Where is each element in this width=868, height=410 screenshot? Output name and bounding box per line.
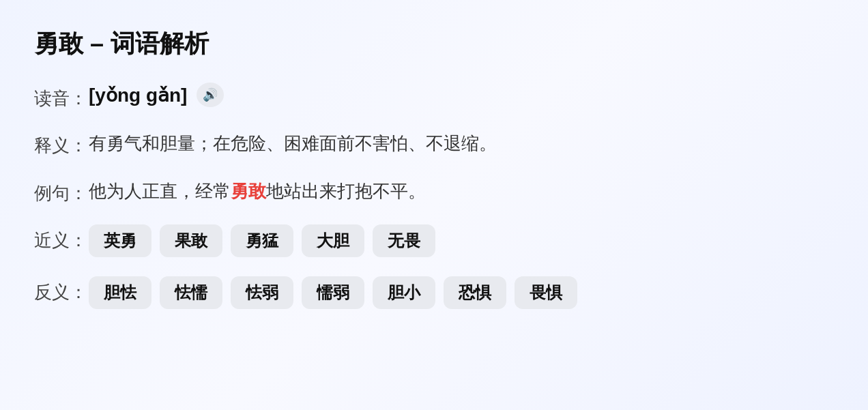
example-label: 例句： bbox=[34, 177, 89, 205]
pinyin-text: [yǒng gǎn] bbox=[89, 84, 187, 106]
antonyms-tags: 胆怯怯懦怯弱懦弱胆小恐惧畏惧 bbox=[89, 276, 577, 309]
synonym-tag[interactable]: 英勇 bbox=[89, 224, 151, 257]
sound-button[interactable]: 🔊 bbox=[197, 83, 224, 107]
example-section: 例句： 他为人正直，经常勇敢地站出来打抱不平。 bbox=[34, 177, 834, 206]
definition-label: 释义： bbox=[34, 130, 89, 158]
pronunciation-section: 读音： [yǒng gǎn] 🔊 bbox=[34, 83, 834, 111]
sound-icon: 🔊 bbox=[203, 87, 218, 102]
synonym-tag[interactable]: 勇猛 bbox=[231, 224, 293, 257]
page-title: 勇敢 – 词语解析 bbox=[34, 27, 834, 61]
synonyms-section: 近义： 英勇果敢勇猛大胆无畏 bbox=[34, 224, 834, 257]
synonym-tag[interactable]: 果敢 bbox=[160, 224, 222, 257]
antonyms-section: 反义： 胆怯怯懦怯弱懦弱胆小恐惧畏惧 bbox=[34, 276, 834, 309]
synonym-tag[interactable]: 无畏 bbox=[373, 224, 435, 257]
antonym-tag[interactable]: 懦弱 bbox=[302, 276, 364, 309]
definition-text: 有勇气和胆量；在危险、困难面前不害怕、不退缩。 bbox=[89, 130, 497, 158]
example-after: 地站出来打抱不平。 bbox=[266, 181, 426, 201]
definition-section: 释义： 有勇气和胆量；在危险、困难面前不害怕、不退缩。 bbox=[34, 130, 834, 158]
pronunciation-label: 读音： bbox=[34, 83, 89, 111]
example-before: 他为人正直，经常 bbox=[89, 181, 231, 201]
antonym-tag[interactable]: 怯懦 bbox=[160, 276, 222, 309]
antonyms-label: 反义： bbox=[34, 276, 89, 304]
antonym-tag[interactable]: 胆小 bbox=[373, 276, 435, 309]
synonym-tag[interactable]: 大胆 bbox=[302, 224, 364, 257]
antonym-tag[interactable]: 恐惧 bbox=[444, 276, 506, 309]
pronunciation-content: [yǒng gǎn] 🔊 bbox=[89, 83, 224, 107]
example-text: 他为人正直，经常勇敢地站出来打抱不平。 bbox=[89, 177, 426, 206]
synonyms-tags: 英勇果敢勇猛大胆无畏 bbox=[89, 224, 435, 257]
antonym-tag[interactable]: 怯弱 bbox=[231, 276, 293, 309]
example-highlight: 勇敢 bbox=[231, 181, 266, 201]
antonym-tag[interactable]: 畏惧 bbox=[515, 276, 577, 309]
antonym-tag[interactable]: 胆怯 bbox=[89, 276, 151, 309]
synonyms-label: 近义： bbox=[34, 224, 89, 252]
